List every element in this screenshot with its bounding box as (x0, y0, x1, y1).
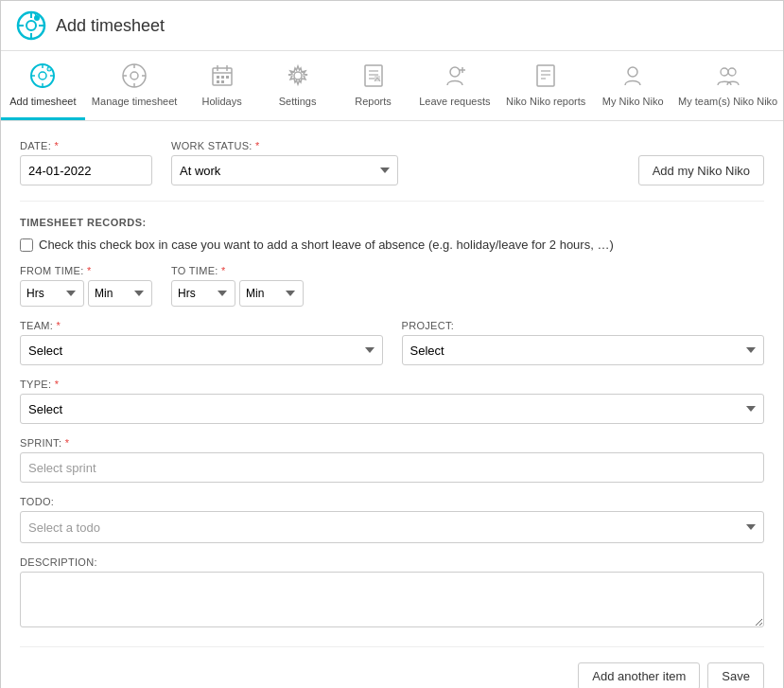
work-status-select[interactable]: At work Remote Sick Holiday (171, 155, 398, 185)
absence-checkbox[interactable] (20, 238, 33, 252)
svg-point-1 (26, 21, 36, 30)
add-niko-button[interactable]: Add my Niko Niko (638, 155, 764, 185)
work-status-required: * (255, 140, 260, 151)
svg-point-19 (131, 72, 138, 79)
bottom-buttons: Add another item Save (20, 646, 764, 688)
nav-niko-niko-reports[interactable]: Niko Niko reports (498, 51, 593, 120)
svg-rect-29 (221, 76, 224, 79)
nav-leave-requests[interactable]: Leave requests (411, 51, 499, 120)
type-row: TYPE: * Select (20, 379, 764, 424)
project-select[interactable]: Select (402, 335, 765, 365)
svg-point-9 (39, 72, 46, 79)
nav-manage-timesheet-label: Manage timesheet (92, 95, 178, 108)
todo-label: TODO: (20, 496, 764, 507)
main-window: Add timesheet Add timesheet (0, 0, 784, 688)
sprint-label: SPRINT: * (20, 437, 764, 449)
description-textarea[interactable] (20, 572, 764, 627)
svg-rect-42 (537, 65, 554, 86)
svg-point-48 (728, 68, 736, 76)
time-row: FROM TIME: * Hrs 0123 4567 891011 121314… (20, 265, 764, 307)
project-col: PROJECT: Select (402, 320, 765, 365)
add-another-item-button[interactable]: Add another item (578, 662, 700, 688)
description-label: DESCRIPTION: (20, 556, 764, 568)
todo-select-wrapper: Select a todo (20, 511, 764, 543)
date-field-group: DATE: * (20, 140, 152, 185)
svg-point-46 (628, 67, 637, 77)
nav-manage-timesheet[interactable]: Manage timesheet (85, 51, 184, 120)
to-hrs-select[interactable]: Hrs 0123 4567 891011 12131415 16171819 2… (171, 280, 235, 307)
to-time-group: TO TIME: * Hrs 0123 4567 891011 12131415… (171, 265, 304, 307)
nav-my-teams-niko-niko-label: My team(s) Niko Niko (678, 95, 777, 108)
team-project-row: TEAM: * Select PROJECT: Select (20, 320, 764, 365)
svg-point-7 (34, 15, 40, 21)
leave-requests-icon (440, 61, 470, 91)
nav-niko-niko-reports-label: Niko Niko reports (506, 95, 585, 108)
work-status-field-group: WORK STATUS: * At work Remote Sick Holid… (171, 140, 398, 185)
my-teams-niko-niko-icon (713, 61, 743, 91)
date-required: * (54, 140, 59, 151)
team-select[interactable]: Select (20, 335, 383, 365)
absence-checkbox-label[interactable]: Check this check box in case you want to… (39, 238, 614, 252)
todo-row: TODO: Select a todo (20, 496, 764, 543)
type-select[interactable]: Select (20, 394, 764, 424)
from-time-group: FROM TIME: * Hrs 0123 4567 891011 121314… (20, 265, 152, 307)
from-hrs-select[interactable]: Hrs 0123 4567 891011 12131415 16171819 2… (20, 280, 84, 307)
nav-reports[interactable]: Reports (336, 51, 411, 120)
my-niko-niko-icon (618, 61, 648, 91)
nav-bar: Add timesheet Manage timesheet (1, 51, 783, 121)
todo-select[interactable]: Select a todo (20, 511, 764, 543)
nav-holidays-label: Holidays (201, 95, 241, 108)
to-time-label: TO TIME: * (171, 265, 304, 276)
nav-settings-label: Settings (279, 95, 317, 108)
save-button[interactable]: Save (707, 662, 764, 688)
to-time-selects: Hrs 0123 4567 891011 12131415 16171819 2… (171, 280, 304, 307)
work-status-label: WORK STATUS: * (171, 140, 398, 151)
form-content: DATE: * WORK STATUS: * At work Remote Si… (1, 121, 783, 688)
to-min-select[interactable]: Min 0153045 (239, 280, 304, 307)
nav-add-timesheet[interactable]: Add timesheet (1, 51, 85, 120)
sprint-row: SPRINT: * (20, 437, 764, 483)
nav-add-timesheet-label: Add timesheet (9, 95, 76, 108)
project-label: PROJECT: (402, 320, 765, 331)
description-row: DESCRIPTION: (20, 556, 764, 627)
nav-holidays[interactable]: Holidays (184, 51, 260, 120)
team-label: TEAM: * (20, 320, 383, 331)
nav-my-niko-niko-label: My Niko Niko (602, 95, 664, 108)
type-label: TYPE: * (20, 379, 764, 390)
svg-rect-32 (221, 80, 224, 83)
svg-rect-31 (217, 80, 219, 83)
holidays-icon (207, 61, 237, 91)
timesheet-records-label: TIMESHEET RECORDS: (20, 217, 764, 228)
nav-reports-label: Reports (355, 95, 392, 108)
svg-point-33 (294, 72, 302, 79)
reports-icon (358, 61, 389, 91)
from-min-select[interactable]: Min 0153045 (88, 280, 152, 307)
sprint-input[interactable] (20, 452, 764, 483)
add-timesheet-icon (27, 61, 58, 91)
nav-my-niko-niko[interactable]: My Niko Niko (593, 51, 672, 120)
from-time-label: FROM TIME: * (20, 265, 152, 276)
date-label: DATE: * (20, 140, 152, 151)
date-workstatus-row: DATE: * WORK STATUS: * At work Remote Si… (20, 140, 764, 185)
title-bar: Add timesheet (1, 1, 783, 51)
divider-1 (20, 201, 764, 202)
niko-niko-reports-icon (531, 61, 561, 91)
team-col: TEAM: * Select (20, 320, 383, 365)
checkbox-row: Check this check box in case you want to… (20, 238, 764, 252)
manage-timesheet-icon (119, 61, 149, 91)
svg-rect-28 (217, 76, 219, 79)
app-icon (16, 10, 46, 41)
nav-my-teams-niko-niko[interactable]: My team(s) Niko Niko (672, 51, 783, 120)
nav-settings[interactable]: Settings (260, 51, 336, 120)
settings-icon (283, 61, 313, 91)
nav-leave-requests-label: Leave requests (419, 95, 490, 108)
svg-point-39 (450, 67, 460, 77)
svg-point-47 (721, 68, 728, 76)
date-input[interactable] (20, 155, 152, 185)
svg-rect-30 (226, 76, 229, 79)
page-title: Add timesheet (56, 16, 165, 36)
from-time-selects: Hrs 0123 4567 891011 12131415 16171819 2… (20, 280, 152, 307)
